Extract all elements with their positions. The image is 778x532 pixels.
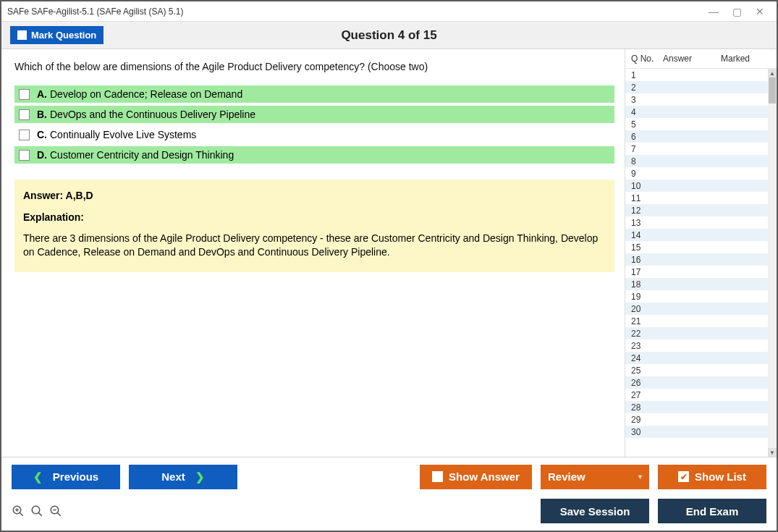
zoom-reset-icon[interactable] <box>30 504 43 518</box>
show-list-button[interactable]: ✔ Show List <box>658 465 766 489</box>
option-text: DevOps and the Continuous Delivery Pipel… <box>50 109 255 120</box>
content-area: Which of the below are dimensions of the… <box>1 49 777 457</box>
save-session-button[interactable]: Save Session <box>541 499 649 523</box>
chevron-right-icon: ❯ <box>195 470 205 484</box>
minimize-icon[interactable]: — <box>709 7 719 17</box>
option-letter: A. <box>37 88 47 100</box>
list-item[interactable]: 10 <box>625 180 768 192</box>
checkbox-icon[interactable] <box>19 130 30 140</box>
mark-question-button[interactable]: Mark Question <box>10 26 103 44</box>
svg-line-7 <box>57 512 61 516</box>
list-item[interactable]: 20 <box>625 303 768 315</box>
zoom-in-icon[interactable] <box>12 504 25 518</box>
list-item[interactable]: 30 <box>625 426 768 438</box>
checkbox-checked-icon: ✔ <box>678 471 689 482</box>
previous-button[interactable]: ❮ Previous <box>12 465 120 489</box>
question-pane: Which of the below are dimensions of the… <box>1 49 625 457</box>
list-item[interactable]: 8 <box>625 155 768 167</box>
window-title: SAFe SAFe-Agilist-5.1 (SAFe Agilist (SA)… <box>7 7 709 17</box>
col-marked: Marked <box>721 54 772 64</box>
list-item[interactable]: 9 <box>625 167 768 180</box>
scrollbar[interactable]: ▲ ▼ <box>768 69 777 457</box>
footer-row-primary: ❮ Previous Next ❯ Show Answer Review ▾ ✔… <box>12 462 766 491</box>
checkbox-icon[interactable] <box>19 89 30 100</box>
option-letter: D. <box>37 149 47 161</box>
answer-box: Answer: A,B,D Explanation: There are 3 d… <box>14 180 614 272</box>
list-item[interactable]: 1 <box>625 69 768 81</box>
option-text: Continually Evolve Live Systems <box>50 129 196 140</box>
next-label: Next <box>161 470 185 483</box>
titlebar: SAFe SAFe-Agilist-5.1 (SAFe Agilist (SA)… <box>1 1 777 22</box>
end-exam-button[interactable]: End Exam <box>658 499 766 523</box>
scroll-thumb[interactable] <box>769 77 776 104</box>
next-button[interactable]: Next ❯ <box>129 465 237 489</box>
window-controls: — ▢ ✕ <box>709 7 771 17</box>
checkbox-icon <box>17 30 27 40</box>
question-list-pane: Q No. Answer Marked 12345678910111213141… <box>625 49 777 457</box>
list-item[interactable]: 6 <box>625 130 768 143</box>
list-item[interactable]: 3 <box>625 93 768 106</box>
review-dropdown[interactable]: Review ▾ <box>541 465 649 489</box>
option-text: Customer Centricity and Design Thinking <box>50 149 234 161</box>
option-row[interactable]: A. Develop on Cadence; Release on Demand <box>14 85 614 103</box>
option-text: Develop on Cadence; Release on Demand <box>50 88 242 100</box>
list-item[interactable]: 24 <box>625 352 768 364</box>
list-item[interactable]: 2 <box>625 81 768 93</box>
list-item[interactable]: 21 <box>625 315 768 327</box>
checkbox-icon[interactable] <box>19 109 30 120</box>
col-qno: Q No. <box>631 54 663 64</box>
show-answer-label: Show Answer <box>449 470 520 483</box>
mark-question-label: Mark Question <box>31 30 96 41</box>
option-row[interactable]: B. DevOps and the Continuous Delivery Pi… <box>14 106 614 123</box>
list-body: 1234567891011121314151617181920212223242… <box>625 69 777 457</box>
list-item[interactable]: 12 <box>625 204 768 216</box>
svg-line-5 <box>38 512 42 516</box>
checkbox-icon[interactable] <box>19 150 30 161</box>
toolbar: Mark Question Question 4 of 15 <box>1 22 777 49</box>
list-item[interactable]: 7 <box>625 143 768 155</box>
options-list: A. Develop on Cadence; Release on Demand… <box>14 85 614 164</box>
list-item[interactable]: 26 <box>625 376 768 389</box>
option-row[interactable]: C. Continually Evolve Live Systems <box>14 126 614 143</box>
close-icon[interactable]: ✕ <box>755 7 765 17</box>
footer: ❮ Previous Next ❯ Show Answer Review ▾ ✔… <box>1 457 777 531</box>
list-item[interactable]: 14 <box>625 229 768 241</box>
option-letter: C. <box>37 129 47 140</box>
explanation-heading: Explanation: <box>23 211 606 223</box>
list-item[interactable]: 23 <box>625 339 768 352</box>
list-item[interactable]: 28 <box>625 401 768 413</box>
svg-point-4 <box>32 506 40 514</box>
option-row[interactable]: D. Customer Centricity and Design Thinki… <box>14 146 614 164</box>
list-item[interactable]: 19 <box>625 290 768 303</box>
show-list-label: Show List <box>695 470 746 483</box>
list-item[interactable]: 18 <box>625 278 768 290</box>
list-item[interactable]: 5 <box>625 118 768 130</box>
previous-label: Previous <box>53 470 98 483</box>
scroll-down-icon[interactable]: ▼ <box>768 448 777 457</box>
svg-line-1 <box>20 512 23 516</box>
footer-row-secondary: Save Session End Exam <box>12 499 766 523</box>
list-item[interactable]: 22 <box>625 327 768 339</box>
col-answer: Answer <box>663 54 721 64</box>
question-text: Which of the below are dimensions of the… <box>14 61 614 72</box>
list-item[interactable]: 15 <box>625 241 768 253</box>
zoom-out-icon[interactable] <box>49 504 62 518</box>
zoom-controls <box>12 504 62 518</box>
save-session-label: Save Session <box>560 505 630 518</box>
list-item[interactable]: 4 <box>625 106 768 118</box>
chevron-left-icon: ❮ <box>33 470 43 484</box>
chevron-down-icon: ▾ <box>638 473 642 481</box>
option-letter: B. <box>37 109 47 120</box>
list-item[interactable]: 27 <box>625 389 768 401</box>
list-item[interactable]: 13 <box>625 216 768 229</box>
show-answer-button[interactable]: Show Answer <box>420 465 532 489</box>
list-item[interactable]: 17 <box>625 266 768 278</box>
list-rows: 1234567891011121314151617181920212223242… <box>625 69 768 457</box>
app-window: SAFe SAFe-Agilist-5.1 (SAFe Agilist (SA)… <box>0 0 778 532</box>
list-item[interactable]: 29 <box>625 413 768 426</box>
list-item[interactable]: 25 <box>625 364 768 376</box>
list-item[interactable]: 16 <box>625 253 768 266</box>
list-item[interactable]: 11 <box>625 192 768 204</box>
maximize-icon[interactable]: ▢ <box>732 7 742 17</box>
scroll-up-icon[interactable]: ▲ <box>768 69 777 77</box>
